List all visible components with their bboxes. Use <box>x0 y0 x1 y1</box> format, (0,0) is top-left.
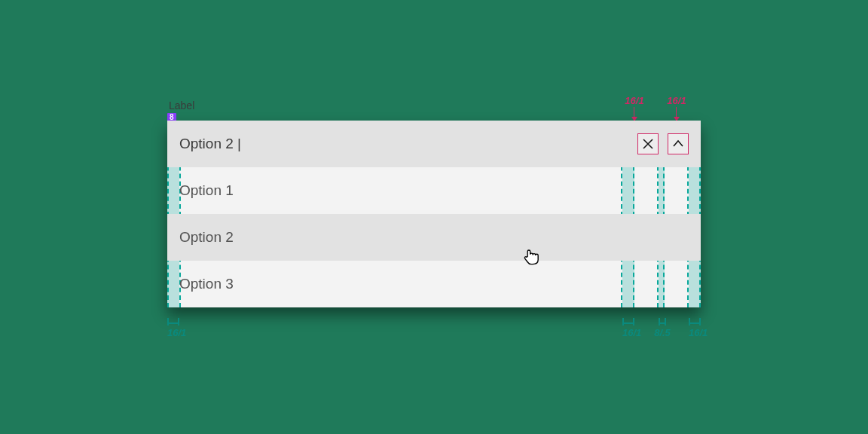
option-label: Option 2 <box>179 229 234 246</box>
field-label: Label <box>169 99 194 112</box>
combobox: Option 2 | Option 1 Option 2 Option 3 <box>167 121 701 307</box>
option-label: Option 1 <box>179 182 234 199</box>
combobox-input-value: Option 2 | <box>179 136 241 152</box>
annotation-arrow <box>676 107 677 121</box>
annotation-arrow <box>634 107 634 121</box>
spacing-annotation: 16/1 <box>689 313 701 344</box>
list-item[interactable]: Option 2 <box>167 214 701 261</box>
label-area: Label 8 16/1 16/1 <box>167 99 701 121</box>
combobox-spec: Label 8 16/1 16/1 Option 2 | <box>167 99 701 307</box>
spacing-annotation: 16/1 <box>622 313 634 344</box>
collapse-button[interactable] <box>668 133 689 154</box>
spacing-annotation: 16/1 <box>662 95 692 106</box>
spacing-annotation: 16/1 <box>167 313 179 344</box>
close-icon <box>642 138 654 150</box>
spacing-annotation: 16/1 <box>619 95 649 106</box>
clear-button[interactable] <box>637 133 659 154</box>
spacing-annotation: 8/.5 <box>659 313 666 344</box>
list-item[interactable]: Option 3 <box>167 261 701 307</box>
combobox-input-row[interactable]: Option 2 | <box>167 121 701 167</box>
chevron-up-icon <box>672 138 684 150</box>
option-label: Option 3 <box>179 276 234 292</box>
list-item[interactable]: Option 1 <box>167 167 701 214</box>
